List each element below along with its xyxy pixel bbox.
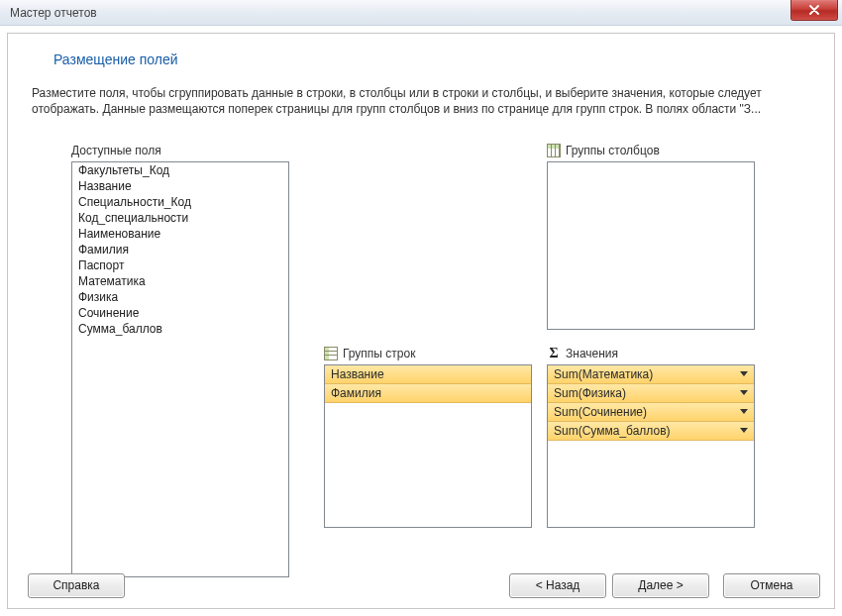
value-item-dropdown[interactable]	[738, 367, 750, 381]
values-label: Σ Значения	[547, 346, 755, 361]
value-item[interactable]: Sum(Математика)	[548, 365, 754, 384]
wizard-window: Мастер отчетов Размещение полей Размести…	[0, 0, 842, 616]
list-item[interactable]: Специальности_Код	[72, 194, 288, 210]
window-title: Мастер отчетов	[10, 6, 97, 20]
available-fields-label: Доступные поля	[71, 143, 289, 158]
column-groups-icon	[547, 144, 561, 157]
value-item-dropdown[interactable]	[738, 405, 750, 419]
row-group-item[interactable]: Фамилия	[325, 384, 531, 403]
next-button[interactable]: Далее >	[612, 573, 709, 598]
chevron-down-icon	[740, 409, 748, 415]
list-item[interactable]: Математика	[72, 273, 288, 289]
value-item-dropdown[interactable]	[738, 424, 750, 438]
back-button[interactable]: < Назад	[509, 573, 606, 598]
help-button[interactable]: Справка	[28, 573, 125, 598]
chevron-down-icon	[740, 390, 748, 396]
values-box[interactable]: Sum(Математика) Sum(Физика)	[547, 364, 755, 528]
value-item[interactable]: Sum(Сумма_баллов)	[548, 422, 754, 441]
field-layout-area: Доступные поля Факультеты_Код Название С…	[32, 143, 810, 553]
footer-buttons: Справка < Назад Далее > Отмена	[8, 563, 834, 608]
list-item[interactable]: Фамилия	[72, 242, 288, 257]
row-groups-icon	[324, 347, 338, 360]
available-fields-list[interactable]: Факультеты_Код Название Специальности_Ко…	[71, 161, 289, 577]
list-item[interactable]: Сумма_баллов	[72, 321, 288, 337]
titlebar: Мастер отчетов	[0, 0, 842, 26]
list-item[interactable]: Паспорт	[72, 257, 288, 273]
list-item[interactable]: Название	[72, 178, 288, 194]
list-item[interactable]: Сочинение	[72, 305, 288, 321]
chevron-down-icon	[740, 428, 748, 434]
list-item[interactable]: Физика	[72, 289, 288, 305]
list-item[interactable]: Факультеты_Код	[72, 162, 288, 178]
list-item[interactable]: Наименование	[72, 226, 288, 242]
row-group-item[interactable]: Название	[325, 365, 531, 384]
row-groups-box[interactable]: Название Фамилия	[324, 364, 532, 528]
column-groups-label: Группы столбцов	[547, 143, 755, 158]
close-button[interactable]	[790, 0, 838, 21]
cancel-button[interactable]: Отмена	[723, 573, 820, 598]
sigma-icon: Σ	[547, 347, 561, 360]
content-pane: Размещение полей Разместите поля, чтобы …	[7, 33, 835, 609]
close-icon	[808, 5, 820, 15]
value-item-dropdown[interactable]	[738, 386, 750, 400]
value-item[interactable]: Sum(Сочинение)	[548, 403, 754, 422]
page-heading: Размещение полей	[53, 51, 810, 67]
page-description: Разместите поля, чтобы сгруппировать дан…	[32, 85, 810, 117]
row-groups-label: Группы строк	[324, 346, 532, 361]
list-item[interactable]: Код_специальности	[72, 210, 288, 226]
value-item[interactable]: Sum(Физика)	[548, 384, 754, 403]
column-groups-box[interactable]	[547, 161, 755, 330]
chevron-down-icon	[740, 371, 748, 377]
